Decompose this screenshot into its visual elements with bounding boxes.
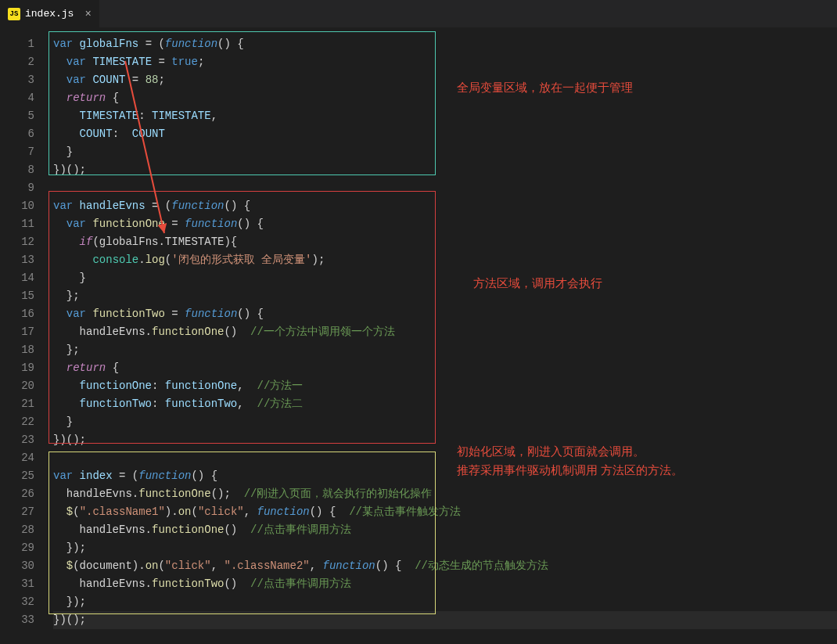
line-number: 23 <box>0 431 34 449</box>
js-file-icon: JS <box>8 8 20 20</box>
string: ".className1" <box>80 505 165 518</box>
property: TIMESTATE <box>80 110 139 122</box>
property: functionOne <box>80 380 152 392</box>
punct: }); <box>66 595 86 608</box>
code-line[interactable]: TIMESTATE: TIMESTATE, <box>53 107 837 125</box>
code-line[interactable]: })(); <box>53 161 837 179</box>
code-line[interactable]: handleEvns.functionOne() //一个方法中调用领一个方法 <box>53 323 837 341</box>
code-line[interactable]: var TIMESTATE = true; <box>53 53 837 71</box>
code-line[interactable]: var functionTwo = function() { <box>53 305 837 323</box>
indent-guide <box>53 272 80 284</box>
punct: , <box>237 398 243 410</box>
code-line[interactable]: })(); <box>53 431 837 449</box>
punct: : <box>113 128 132 140</box>
code-line[interactable]: return { <box>53 89 837 107</box>
line-number: 9 <box>0 179 34 197</box>
code-line[interactable]: return { <box>53 359 837 377</box>
line-number: 17 <box>0 323 34 341</box>
code-line[interactable]: var globalFns = (function() { <box>53 35 837 53</box>
code-line[interactable]: var index = (function() { <box>53 467 837 485</box>
line-number: 13 <box>0 251 34 269</box>
code-line[interactable]: $(".className1").on("click", function() … <box>53 503 837 521</box>
punct: , <box>310 559 323 572</box>
indent-guide <box>53 290 66 302</box>
code-line[interactable]: handleEvns.functionTwo() //点击事件调用方法 <box>53 575 837 593</box>
keyword: var <box>66 218 86 230</box>
code-line[interactable]: handleEvns.functionOne(); //刚进入页面，就会执行的初… <box>53 485 837 503</box>
keyword: var <box>53 200 73 212</box>
dots <box>244 398 257 410</box>
code-line[interactable]: var handleEvns = (function() { <box>53 197 837 215</box>
operator: = <box>171 308 178 320</box>
code-line[interactable]: })(); <box>53 611 837 629</box>
dots <box>336 505 349 518</box>
editor[interactable]: 1234567891011121314151617181920212223242… <box>0 27 837 644</box>
code-line[interactable] <box>53 449 837 467</box>
comment: //动态生成的节点触发方法 <box>415 559 548 572</box>
line-number: 27 <box>0 503 34 521</box>
code-area[interactable]: var globalFns = (function() { var TIMEST… <box>45 27 837 644</box>
indent-guide <box>53 326 80 338</box>
line-number: 14 <box>0 269 34 287</box>
code-line[interactable]: }); <box>53 593 837 611</box>
identifier: COUNT <box>132 128 165 140</box>
indent-guide <box>53 380 80 392</box>
line-number: 20 <box>0 377 34 395</box>
keyword: function <box>165 38 217 50</box>
line-number: 21 <box>0 395 34 413</box>
code-line[interactable]: if(globalFns.TIMESTATE){ <box>53 233 837 251</box>
code-line[interactable]: } <box>53 413 837 431</box>
indent-guide <box>53 146 66 158</box>
line-number: 5 <box>0 107 34 125</box>
keyword: var <box>66 308 86 320</box>
comment: //某点击事件触发方法 <box>349 505 461 518</box>
line-number: 30 <box>0 557 34 575</box>
code-line[interactable]: handleEvns.functionOne() //点击事件调用方法 <box>53 521 837 539</box>
keyword: return <box>66 92 106 104</box>
line-number: 19 <box>0 359 34 377</box>
punct: : <box>152 380 165 392</box>
punct: })(); <box>53 164 86 176</box>
code-line[interactable]: console.log('闭包的形式获取 全局变量'); <box>53 251 837 269</box>
comment: //点击事件调用方法 <box>250 577 351 590</box>
keyword: var <box>53 470 73 482</box>
code-line[interactable]: var functionOne = function() { <box>53 215 837 233</box>
identifier: functionOne <box>165 380 237 392</box>
indent-guide <box>53 541 66 554</box>
indent-guide <box>53 92 66 104</box>
line-number: 26 <box>0 485 34 503</box>
dots <box>401 559 415 572</box>
identifier: TIMESTATE <box>152 110 211 122</box>
punct: }; <box>66 344 80 356</box>
dots <box>244 380 257 392</box>
code-line[interactable]: functionOne: functionOne, //方法一 <box>53 377 837 395</box>
tab-bar: JS index.js × <box>0 0 837 27</box>
close-icon[interactable]: × <box>84 8 91 20</box>
function-name: functionTwo <box>152 577 224 590</box>
code-line[interactable]: }; <box>53 287 837 305</box>
punct: } <box>66 146 73 158</box>
punct: } <box>80 272 86 284</box>
code-line[interactable]: }); <box>53 539 837 557</box>
code-line[interactable]: } <box>53 143 837 161</box>
expression: handleEvns. <box>80 523 152 536</box>
tab-index-js[interactable]: JS index.js × <box>0 0 100 27</box>
keyword: if <box>80 236 93 248</box>
punct: }); <box>66 541 86 554</box>
punct: : <box>138 110 152 122</box>
space <box>138 74 145 86</box>
punct: . <box>138 254 145 266</box>
code-line[interactable]: functionTwo: functionTwo, //方法二 <box>53 395 837 413</box>
code-line[interactable]: } <box>53 269 837 287</box>
indent-guide <box>53 362 66 374</box>
punct: () <box>224 523 237 536</box>
space <box>178 218 185 230</box>
line-number: 1 <box>0 35 34 53</box>
code-line[interactable]: }; <box>53 341 837 359</box>
code-line[interactable]: var COUNT = 88; <box>53 71 837 89</box>
code-line[interactable]: $(document).on("click", ".className2", f… <box>53 557 837 575</box>
code-line[interactable]: COUNT: COUNT <box>53 125 837 143</box>
indent-guide <box>53 254 92 266</box>
code-line[interactable] <box>53 179 837 197</box>
indent-guide <box>53 236 80 248</box>
